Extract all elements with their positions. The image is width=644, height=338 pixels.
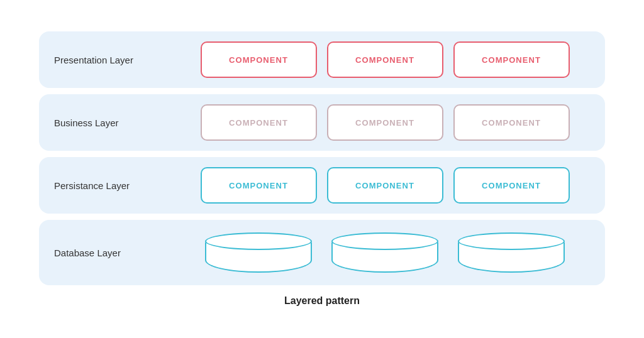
component-box-persistence-2: COMPONENT — [453, 167, 570, 204]
component-box-business-0: COMPONENT — [201, 104, 317, 141]
component-box-business-1: COMPONENT — [327, 104, 443, 141]
component-box-persistence-0: COMPONENT — [201, 167, 317, 204]
layer-row-database: Database Layer — [39, 220, 605, 285]
cylinder-database-0 — [201, 230, 317, 275]
cylinder-top-ellipse — [205, 232, 312, 250]
layer-label-presentation: Presentation Layer — [54, 55, 180, 65]
layer-label-business: Business Layer — [54, 117, 180, 128]
component-box-presentation-2: COMPONENT — [453, 41, 570, 78]
layer-label-persistence: Persistance Layer — [54, 180, 180, 191]
component-box-business-2: COMPONENT — [453, 104, 570, 141]
components-group-persistence: COMPONENTCOMPONENTCOMPONENT — [180, 167, 590, 204]
cylinder-top-ellipse — [458, 232, 565, 250]
layer-row-presentation: Presentation LayerCOMPONENTCOMPONENTCOMP… — [39, 31, 605, 88]
layer-label-database: Database Layer — [54, 248, 180, 258]
cylinder-database-2 — [453, 230, 570, 275]
diagram-title: Layered pattern — [284, 295, 360, 307]
component-box-presentation-0: COMPONENT — [201, 41, 317, 78]
components-group-database — [180, 230, 590, 275]
component-box-presentation-1: COMPONENT — [327, 41, 443, 78]
components-group-business: COMPONENTCOMPONENTCOMPONENT — [180, 104, 590, 141]
components-group-presentation: COMPONENTCOMPONENTCOMPONENT — [180, 41, 590, 78]
layer-row-persistence: Persistance LayerCOMPONENTCOMPONENTCOMPO… — [39, 157, 605, 214]
layer-row-business: Business LayerCOMPONENTCOMPONENTCOMPONEN… — [39, 94, 605, 151]
component-box-persistence-1: COMPONENT — [327, 167, 443, 204]
cylinder-database-1 — [327, 230, 443, 275]
layered-pattern-diagram: Presentation LayerCOMPONENTCOMPONENTCOMP… — [39, 31, 605, 285]
cylinder-top-ellipse — [331, 232, 438, 250]
